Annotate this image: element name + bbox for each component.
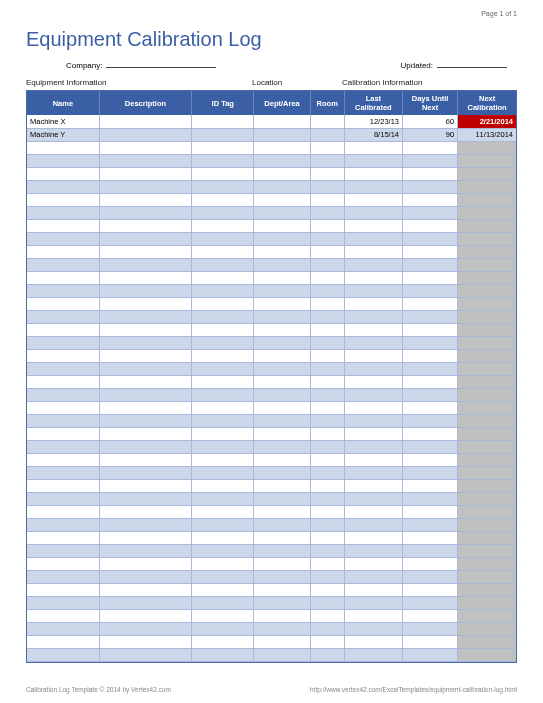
cell — [192, 479, 254, 492]
cell — [458, 570, 516, 583]
cell — [254, 388, 310, 401]
cell — [27, 609, 99, 622]
cell — [254, 492, 310, 505]
cell — [192, 245, 254, 258]
cell — [27, 258, 99, 271]
table-row — [27, 271, 516, 284]
cell — [27, 349, 99, 362]
table-row — [27, 544, 516, 557]
table-row — [27, 583, 516, 596]
cell — [27, 570, 99, 583]
cell — [310, 180, 344, 193]
cell — [310, 219, 344, 232]
cell — [402, 167, 457, 180]
cell — [344, 232, 402, 245]
cell — [192, 336, 254, 349]
cell — [344, 167, 402, 180]
cell — [99, 609, 191, 622]
cell — [192, 453, 254, 466]
cell — [254, 193, 310, 206]
table-row — [27, 258, 516, 271]
cell — [402, 388, 457, 401]
cell — [99, 310, 191, 323]
cell — [402, 557, 457, 570]
cell — [310, 388, 344, 401]
cell: 90 — [402, 128, 457, 141]
cell — [27, 544, 99, 557]
cell — [254, 609, 310, 622]
table-row: Machine X12/23/13602/21/2014 — [27, 115, 516, 128]
cell — [402, 258, 457, 271]
cell — [310, 362, 344, 375]
cell — [402, 479, 457, 492]
table-row — [27, 323, 516, 336]
cell — [458, 193, 516, 206]
cell — [344, 648, 402, 661]
cell — [192, 518, 254, 531]
table-row — [27, 557, 516, 570]
cell — [402, 323, 457, 336]
section-headers: Equipment Information Location Calibrati… — [26, 78, 517, 87]
cell — [310, 622, 344, 635]
cell — [27, 557, 99, 570]
cell — [27, 310, 99, 323]
cell — [27, 648, 99, 661]
cell — [344, 622, 402, 635]
cell — [310, 297, 344, 310]
col-name: Name — [27, 91, 99, 115]
cell — [192, 349, 254, 362]
table-row — [27, 466, 516, 479]
cell — [27, 635, 99, 648]
col-description: Description — [99, 91, 191, 115]
cell — [402, 596, 457, 609]
cell — [254, 375, 310, 388]
cell — [27, 232, 99, 245]
cell — [99, 375, 191, 388]
cell — [99, 557, 191, 570]
cell — [344, 544, 402, 557]
header-row: Name Description ID Tag Dept/Area Room L… — [27, 91, 516, 115]
cell — [458, 258, 516, 271]
cell — [310, 323, 344, 336]
cell — [99, 648, 191, 661]
table-row — [27, 648, 516, 661]
table-row — [27, 336, 516, 349]
log-table-wrap: Name Description ID Tag Dept/Area Room L… — [26, 90, 517, 663]
company-line — [106, 58, 216, 68]
cell — [402, 401, 457, 414]
cell — [310, 518, 344, 531]
cell — [344, 245, 402, 258]
cell — [27, 271, 99, 284]
cell — [99, 362, 191, 375]
cell — [192, 635, 254, 648]
table-row — [27, 505, 516, 518]
cell — [27, 596, 99, 609]
footer-left: Calibration Log Template © 2014 by Verte… — [26, 686, 171, 693]
table-row — [27, 492, 516, 505]
cell — [458, 427, 516, 440]
cell — [402, 635, 457, 648]
cell — [99, 297, 191, 310]
cell — [27, 492, 99, 505]
cell — [458, 440, 516, 453]
cell — [344, 180, 402, 193]
cell — [254, 232, 310, 245]
cell — [254, 141, 310, 154]
section-equipment: Equipment Information — [26, 78, 252, 87]
cell — [192, 492, 254, 505]
cell — [458, 622, 516, 635]
cell — [458, 531, 516, 544]
cell — [310, 115, 344, 128]
table-row — [27, 518, 516, 531]
cell — [99, 570, 191, 583]
cell — [344, 414, 402, 427]
table-row — [27, 297, 516, 310]
col-last: Last Calibrated — [344, 91, 402, 115]
table-row — [27, 635, 516, 648]
col-dept: Dept/Area — [254, 91, 310, 115]
cell — [310, 544, 344, 557]
cell — [192, 609, 254, 622]
cell — [402, 570, 457, 583]
table-row — [27, 167, 516, 180]
cell — [254, 622, 310, 635]
